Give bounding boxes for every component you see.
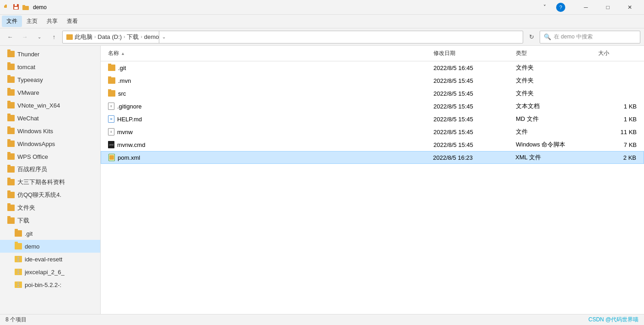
address-dropdown-button[interactable]: ⌄	[159, 31, 168, 43]
sidebar-item-fangqq[interactable]: 仿QQ聊天系统4.	[0, 189, 100, 201]
file-size-cell: 2 KB	[594, 153, 640, 162]
file-modified-cell: 2022/8/5 15:45	[430, 89, 512, 98]
folder-small-icon	[22, 4, 29, 11]
file-size-cell	[595, 67, 640, 69]
sidebar-item-thunder[interactable]: Thunder	[0, 48, 100, 60]
menu-share[interactable]: 共享	[42, 16, 62, 27]
sidebar-item-ide-eval[interactable]: ide-eval-resett	[0, 253, 100, 265]
up-button[interactable]: ↑	[48, 31, 60, 43]
breadcrumb-drive[interactable]: Data (D:)	[97, 33, 122, 40]
file-size-cell	[595, 92, 640, 94]
breadcrumb-downloads[interactable]: 下载	[127, 33, 139, 41]
folder-icon	[7, 192, 15, 198]
file-row[interactable]: M HELP.md 2022/8/5 15:45 MD 文件 1 KB	[101, 113, 644, 125]
sidebar-item-vnote[interactable]: VNote_win_X64	[0, 99, 100, 112]
file-name-cell: ≡ mvnw	[104, 127, 430, 136]
search-icon: 🔍	[544, 33, 551, 40]
refresh-button[interactable]: ↻	[525, 31, 538, 43]
sidebar-item-label: .git	[25, 230, 32, 237]
text-file-icon: ≡	[108, 103, 114, 110]
search-placeholder: 在 demo 中搜索	[554, 33, 593, 41]
file-kind-cell: 文件夹	[512, 88, 595, 98]
sidebar-item-label: VNote_win_X64	[17, 102, 60, 109]
file-name-cell: ≡ .gitignore	[104, 102, 430, 111]
sidebar-item-label: 文件夹	[17, 204, 35, 212]
sidebar-item-baizhan[interactable]: 百战程序员	[0, 163, 100, 176]
file-name-cell: .git	[104, 64, 430, 72]
maximize-button[interactable]: □	[597, 0, 618, 15]
main-content: Thunder tomcat Typeeasy VMware VNote_win…	[0, 46, 644, 314]
file-size-cell: 1 KB	[595, 102, 640, 111]
header-name[interactable]: 名称 ▲	[104, 48, 430, 59]
zip-folder-icon	[15, 282, 22, 288]
file-kind-cell: 文本文档	[512, 101, 595, 111]
sidebar-item-jexcel[interactable]: jexcelapi_2_6_	[0, 265, 100, 278]
menu-view[interactable]: 查看	[62, 16, 82, 27]
title-bar: demo ˅ ? ─ □ ✕	[0, 0, 644, 15]
sidebar-item-label: 百战程序员	[17, 165, 47, 173]
header-modified[interactable]: 修改日期	[430, 48, 512, 59]
chevron-down-btn[interactable]: ˅	[534, 0, 555, 15]
breadcrumb-folder-icon	[66, 34, 73, 40]
sidebar-item-vmware[interactable]: VMware	[0, 86, 100, 99]
file-row[interactable]: .mvn 2022/8/5 15:45 文件夹	[101, 74, 644, 87]
search-box[interactable]: 🔍 在 demo 中搜索	[540, 31, 640, 43]
address-breadcrumb[interactable]: 此电脑 › Data (D:) › 下载 › demo ⌄	[62, 31, 523, 43]
sidebar-item-windows-apps[interactable]: WindowsApps	[0, 137, 100, 150]
sidebar-item-typeeasy[interactable]: Typeeasy	[0, 73, 100, 86]
cmd-file-icon: cmd	[108, 141, 114, 148]
sidebar-item-wps[interactable]: WPS Office	[0, 150, 100, 163]
file-kind-cell: MD 文件	[512, 114, 595, 124]
sidebar-item-label: WeChat	[17, 115, 39, 122]
sidebar-item-demo[interactable]: demo	[0, 240, 100, 253]
sidebar-item-label: tomcat	[17, 64, 35, 70]
help-btn[interactable]: ?	[556, 3, 565, 12]
minimize-button[interactable]: ─	[575, 0, 596, 15]
folder-icon	[7, 115, 15, 121]
sidebar-item-git[interactable]: .git	[0, 227, 100, 240]
file-modified-cell: 2022/8/5 15:45	[430, 141, 512, 149]
sort-arrow-icon: ▲	[121, 51, 125, 56]
watermark: CSDN @代码世界喵	[588, 316, 639, 324]
sidebar-item-label: demo	[25, 243, 40, 250]
breadcrumb-demo[interactable]: demo	[144, 33, 159, 40]
file-modified-cell: 2022/8/5 15:45	[430, 76, 512, 85]
header-type[interactable]: 类型	[512, 48, 595, 59]
file-kind-cell: 文件夹	[512, 63, 595, 73]
sidebar-item-tomcat[interactable]: tomcat	[0, 60, 100, 73]
file-modified-cell: 2022/8/5 15:45	[430, 115, 512, 124]
forward-button[interactable]: →	[18, 31, 31, 43]
file-row[interactable]: pom.xml 2022/8/5 16:23 XML 文件 2 KB	[101, 151, 644, 164]
sidebar-item-downloads[interactable]: 下载	[0, 214, 100, 227]
close-button[interactable]: ✕	[619, 0, 640, 15]
status-bar: 8 个项目 CSDN @代码世界喵	[0, 314, 644, 325]
folder-icon	[7, 166, 15, 173]
sidebar-item-folder[interactable]: 文件夹	[0, 201, 100, 214]
recent-locations-button[interactable]: ⌄	[33, 31, 46, 43]
file-name-cell: .mvn	[104, 76, 430, 85]
xml-inner-icon	[109, 155, 114, 160]
menu-home[interactable]: 主页	[22, 16, 42, 27]
folder-icon	[108, 77, 115, 84]
file-size-cell: 11 KB	[595, 128, 640, 136]
sidebar-item-poi[interactable]: poi-bin-5.2.2-:	[0, 278, 100, 291]
file-row[interactable]: src 2022/8/5 15:45 文件夹	[101, 87, 644, 100]
file-row[interactable]: ≡ mvnw 2022/8/5 15:45 文件 11 KB	[101, 125, 644, 138]
breadcrumb-computer[interactable]: 此电脑	[75, 33, 92, 41]
folder-icon	[15, 230, 22, 237]
menu-file[interactable]: 文件	[2, 16, 22, 27]
sidebar-item-windows-kits[interactable]: Windows Kits	[0, 125, 100, 137]
folder-icon	[7, 153, 15, 160]
back-button[interactable]: ←	[4, 31, 16, 43]
file-row[interactable]: .git 2022/8/5 16:45 文件夹	[101, 61, 644, 74]
sidebar-item-label: Typeeasy	[17, 76, 43, 83]
address-bar: ← → ⌄ ↑ 此电脑 › Data (D:) › 下载 › demo ⌄ ↻ …	[0, 28, 644, 46]
header-size[interactable]: 大小	[595, 48, 640, 59]
quick-access-icon	[4, 4, 11, 11]
file-row[interactable]: cmd mvnw.cmd 2022/8/5 15:45 Windows 命令脚本…	[101, 138, 644, 151]
sidebar-item-dasan[interactable]: 大三下期各科资料	[0, 176, 100, 189]
file-list: .git 2022/8/5 16:45 文件夹 .mvn 2022/8/5 15…	[101, 61, 644, 314]
folder-icon	[7, 141, 15, 147]
file-row[interactable]: ≡ .gitignore 2022/8/5 15:45 文本文档 1 KB	[101, 100, 644, 113]
sidebar-item-wechat[interactable]: WeChat	[0, 112, 100, 125]
